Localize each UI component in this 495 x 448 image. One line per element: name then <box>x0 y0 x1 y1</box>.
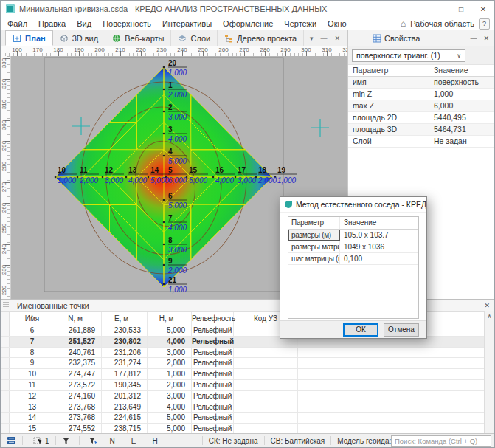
properties-header[interactable]: Свойства — ✕ <box>348 30 494 46</box>
point-number-label: 3 <box>168 125 173 134</box>
properties-col-param[interactable]: Параметр <box>348 65 429 76</box>
v-ruler-label: 330 <box>1 56 7 71</box>
point-number-label: 8 <box>168 236 173 244</box>
point-row[interactable]: 14273,768224,6155,000Рельефный <box>1 413 494 424</box>
dialog-row[interactable]: шаг матрицы (м)0,100 <box>288 253 418 265</box>
filter-icon[interactable] <box>62 437 70 445</box>
point-number-label: 11 <box>80 166 88 174</box>
menu-view[interactable]: Вид <box>77 19 91 28</box>
tab-project-tree[interactable]: Дерево проекта <box>218 30 304 46</box>
coord-e-label: E <box>131 437 136 445</box>
point-elevation-label: 4,000 <box>168 224 187 232</box>
scroll-up-icon[interactable]: ∧ <box>488 313 492 320</box>
dialog-row[interactable]: размеры матрицы1049 x 1036 <box>288 241 418 253</box>
tab-3d-view[interactable]: 3D вид <box>53 30 106 46</box>
layers-status-icon[interactable] <box>7 436 16 445</box>
point-row[interactable]: 8240,761231,2063,000Рельефный <box>1 348 494 359</box>
tab-layers[interactable]: Слои <box>171 30 218 46</box>
col-name[interactable]: ▲Имя <box>10 312 55 325</box>
menu-window[interactable]: Окно <box>328 19 347 28</box>
point-number-label: 6 <box>168 192 173 200</box>
point-number-label: 17 <box>238 166 246 174</box>
tab-minimize-icon[interactable]: — <box>320 35 327 42</box>
home-icon[interactable]: ⌂ <box>401 18 406 29</box>
h-ruler-label: 170 <box>31 46 44 53</box>
v-ruler-label: 240 <box>1 242 7 257</box>
tab-plan[interactable]: План <box>5 30 53 46</box>
minimize-button[interactable]: — <box>428 1 450 17</box>
dialog-title-bar[interactable]: Метод естественного соседа - КРЕДО АНАЛИ… <box>280 197 426 213</box>
command-search-input[interactable]: Поиск: Команда (Ctrl + Q) <box>391 435 491 447</box>
property-row[interactable]: площадь 3D5464,731 <box>348 124 494 136</box>
menu-file[interactable]: Файл <box>7 19 27 28</box>
point-elevation-label: 2,000 <box>257 176 277 185</box>
point-row[interactable]: 9232,375231,2742,000Рельефный <box>1 358 494 369</box>
col-n[interactable]: N, м <box>55 312 102 325</box>
chevron-down-icon: ∨ <box>457 52 461 59</box>
v-ruler-label: 290 <box>1 139 7 154</box>
maximize-button[interactable]: □ <box>450 1 472 17</box>
point-number-label: 12 <box>105 166 114 174</box>
h-ruler-label: 260 <box>217 46 230 53</box>
object-selector-dropdown[interactable]: поверхности трианг. (1) ∨ <box>352 49 465 62</box>
close-button[interactable]: ✕ <box>472 1 494 17</box>
dialog-col-param[interactable]: Параметр <box>288 217 340 229</box>
h-ruler-label: 310 <box>320 46 333 53</box>
property-row[interactable]: min Z1,000 <box>348 89 494 100</box>
coord-system-status[interactable]: СК: Не задана <box>209 437 258 445</box>
height-system-status[interactable]: СВ: Балтийская <box>271 437 325 445</box>
property-row[interactable]: площадь 2D5440,495 <box>348 112 494 124</box>
h-ruler-label: 210 <box>114 46 127 53</box>
col-e[interactable]: E, м <box>102 312 148 325</box>
points-minimize-icon[interactable]: — <box>471 302 477 309</box>
point-row[interactable]: 10274,747177,8121,000Рельефный <box>1 369 494 380</box>
col-relief[interactable]: Рельефность <box>192 312 234 325</box>
point-row[interactable]: 13273,768213,6494,000Рельефный <box>1 402 494 413</box>
filter-selected-icon[interactable] <box>89 437 98 445</box>
properties-minimize-icon[interactable]: — <box>470 35 477 42</box>
properties-close-icon[interactable]: ✕ <box>483 35 489 42</box>
properties-col-value[interactable]: Значение <box>429 65 494 76</box>
property-row[interactable]: max Z6,000 <box>348 100 494 112</box>
menu-surface[interactable]: Поверхность <box>103 19 151 28</box>
point-elevation-label: 4,000 <box>168 135 187 143</box>
points-rows: 6261,889230,5335,000Рельефный7251,527230… <box>1 325 494 446</box>
v-ruler-label: 320 <box>1 77 7 92</box>
property-row[interactable]: имяповерхность <box>348 77 494 89</box>
point-number-label: 19 <box>277 166 286 174</box>
panel-grip[interactable] <box>3 302 9 309</box>
select-cursor-icon <box>33 436 43 445</box>
ok-button[interactable]: ОК <box>343 323 378 337</box>
point-elevation-label: 2,000 <box>79 176 98 185</box>
point-number-label: 16 <box>215 166 224 174</box>
tab-web-maps[interactable]: Веб-карты <box>105 30 171 46</box>
dialog-row[interactable]: размеры (м)105.0 x 103.7 <box>288 230 418 241</box>
h-ruler-label: 230 <box>155 46 168 53</box>
selection-count-indicator[interactable]: 1 <box>33 436 49 445</box>
menu-interactives[interactable]: Интерактивы <box>162 19 212 28</box>
points-close-icon[interactable]: ✕ <box>484 302 490 309</box>
point-number-label: 9 <box>168 257 173 265</box>
vertical-ruler: 330320310300290280270260250240230220 <box>1 56 11 299</box>
point-number-label: 15 <box>189 166 198 174</box>
property-row[interactable]: СлойНе задан <box>348 136 494 148</box>
workspace-button[interactable]: Рабочая область <box>410 19 474 28</box>
menu-drawings[interactable]: Чертежи <box>284 19 316 28</box>
point-row[interactable]: 11273,572190,3452,000Рельефный <box>1 380 494 391</box>
col-h[interactable]: H, м <box>148 312 192 325</box>
tab-dropdown-icon[interactable]: ▾ <box>310 35 314 42</box>
cancel-button[interactable]: Отмена <box>384 323 419 337</box>
h-ruler-label: 240 <box>176 46 189 53</box>
h-ruler-label: 300 <box>300 46 313 53</box>
h-ruler-label: 270 <box>238 46 251 53</box>
point-number-label: 14 <box>150 166 159 174</box>
menu-bar: Файл Правка Вид Поверхность Интерактивы … <box>1 17 494 31</box>
points-scrollbar[interactable]: ∧ <box>484 311 494 435</box>
point-row[interactable]: 12274,160201,3123,000Рельефный <box>1 391 494 402</box>
dialog-col-value[interactable]: Значение <box>340 217 418 229</box>
help-icon[interactable]: ? <box>479 18 490 30</box>
menu-edit[interactable]: Правка <box>38 19 66 28</box>
dialog-title: Метод естественного соседа - КРЕДО АНАЛИ… <box>296 200 426 209</box>
tab-close-icon[interactable]: ✕ <box>334 35 340 42</box>
menu-decoration[interactable]: Оформление <box>223 19 273 28</box>
